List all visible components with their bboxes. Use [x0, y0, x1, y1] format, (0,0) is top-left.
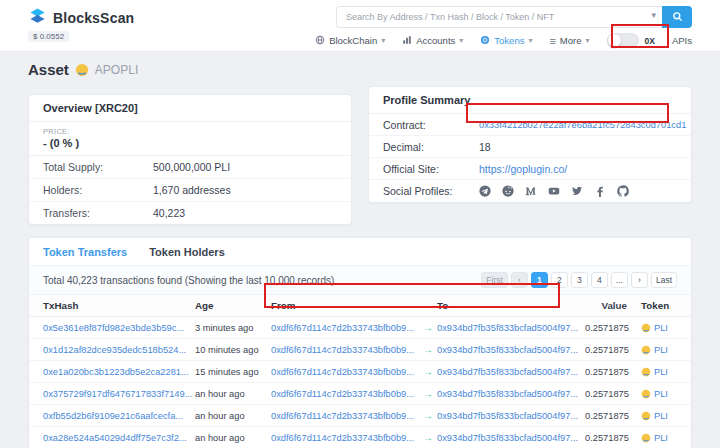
from-address-link[interactable]: 0xdf6f67d114c7d2b33743bfb0b9... — [271, 411, 419, 421]
nav-apis[interactable]: APIs — [672, 35, 692, 46]
from-address-link[interactable]: 0xdf6f67d114c7d2b33743bfb0b9... — [271, 389, 419, 399]
token-name: APOPLI — [95, 63, 138, 77]
search-input[interactable] — [336, 6, 662, 28]
youtube-icon[interactable] — [548, 185, 560, 197]
github-icon[interactable] — [617, 185, 629, 197]
pli-token-icon — [641, 411, 651, 421]
transfer-arrow-icon: → — [419, 410, 437, 421]
nav-accounts[interactable]: Accounts ▾ — [402, 35, 463, 47]
ox-toggle-switch[interactable] — [607, 33, 639, 48]
nav-blockchain[interactable]: BlockChain ▾ — [315, 35, 385, 47]
pagination-first[interactable]: First — [481, 272, 508, 288]
token-link[interactable]: PLI — [654, 433, 668, 443]
pagination-ellipsis: ... — [611, 272, 628, 288]
ox-toggle-label: 0X — [645, 36, 655, 46]
nav-blockchain-label: BlockChain — [329, 35, 377, 46]
pli-token-icon — [75, 63, 89, 77]
official-site-label: Official Site: — [383, 163, 479, 175]
table-header: TxHash Age From To Value Token — [29, 295, 691, 317]
ox-toggle-group: 0X — [607, 33, 655, 48]
pagination-page-4[interactable]: 4 — [591, 272, 608, 288]
value-cell: 0.2571875 — [585, 433, 637, 443]
pagination-last[interactable]: Last — [651, 272, 677, 288]
from-address-link[interactable]: 0xdf6f67d114c7d2b33743bfb0b9... — [271, 367, 419, 377]
to-address-link[interactable]: 0x934bd7fb35f833bcfad5004f97... — [437, 367, 585, 377]
age-value: an hour ago — [195, 433, 271, 443]
token-link[interactable]: PLI — [654, 345, 668, 355]
txhash-link[interactable]: 0x1d12af82dce935dedc518b524... — [43, 345, 195, 355]
from-address-link[interactable]: 0xdf6f67d114c7d2b33743bfb0b9... — [271, 345, 419, 355]
page-title: Asset — [28, 61, 69, 78]
blocksscan-logo-icon — [28, 7, 47, 28]
price-value: - (0 % ) — [43, 137, 337, 149]
from-address-link[interactable]: 0xdf6f67d114c7d2b33743bfb0b9... — [271, 433, 419, 443]
col-value: Value — [585, 300, 637, 311]
pli-token-icon — [641, 345, 651, 355]
to-address-link[interactable]: 0x934bd7fb35f833bcfad5004f97... — [437, 411, 585, 421]
nav-more[interactable]: ≡ More ▾ — [549, 35, 589, 47]
chevron-down-icon: ▾ — [586, 36, 590, 45]
chevron-down-icon: ▾ — [459, 36, 463, 45]
col-to: To — [437, 300, 585, 311]
brand-logo[interactable]: BlocksScan — [28, 7, 134, 28]
to-address-link[interactable]: 0x934bd7fb35f833bcfad5004f97... — [437, 345, 585, 355]
pagination-prev[interactable]: ‹ — [511, 272, 528, 288]
profile-summary-title: Profile Summary — [369, 87, 691, 114]
chevron-down-icon: ▾ — [381, 36, 385, 45]
decimal-value: 18 — [479, 141, 677, 153]
txhash-link[interactable]: 0xe1a020bc3b1223db5e2ca2281... — [43, 367, 195, 377]
token-link[interactable]: PLI — [654, 411, 668, 421]
txhash-link[interactable]: 0xfb55d2b6f9109e21c6aafcecfa... — [43, 411, 195, 421]
contract-address-link[interactable]: 0x33f4212b027e22af7e6ba21fc572843c0d701c… — [479, 120, 686, 130]
search-filter-caret-icon[interactable]: ▾ — [651, 10, 656, 20]
to-address-link[interactable]: 0x934bd7fb35f833bcfad5004f97... — [437, 323, 585, 333]
pagination-page-3[interactable]: 3 — [571, 272, 588, 288]
table-row: 0x5e361e8f87fd982e3bde3b59c... 3 minutes… — [29, 317, 691, 339]
decimal-label: Decimal: — [383, 141, 479, 153]
nav-tokens[interactable]: Tokens ▾ — [480, 35, 532, 47]
token-link[interactable]: PLI — [654, 323, 668, 333]
from-address-link[interactable]: 0xdf6f67d114c7d2b33743bfb0b9... — [271, 323, 419, 333]
contract-label: Contract: — [383, 119, 479, 131]
table-row: 0xfb55d2b6f9109e21c6aafcecfa... an hour … — [29, 405, 691, 427]
token-link[interactable]: PLI — [654, 389, 668, 399]
pagination-next[interactable]: › — [631, 272, 648, 288]
transactions-summary: Total 40,223 transactions found (Showing… — [43, 275, 334, 286]
value-cell: 0.2571875 — [585, 367, 637, 377]
col-from: From — [271, 300, 419, 311]
token-transfers-card: Token Transfers Token Holders Total 40,2… — [28, 237, 692, 448]
facebook-icon[interactable] — [594, 185, 606, 197]
txhash-link[interactable]: 0x5e361e8f87fd982e3bde3b59c... — [43, 323, 195, 333]
medium-icon[interactable] — [525, 185, 537, 197]
token-link[interactable]: PLI — [654, 367, 668, 377]
table-row: 0x1d12af82dce935dedc518b524... 10 minute… — [29, 339, 691, 361]
txhash-link[interactable]: 0xa28e524a54029d4dff75e7c3f2... — [43, 433, 195, 443]
pli-token-icon — [641, 323, 651, 333]
social-profiles-label: Social Profiles: — [383, 185, 479, 197]
to-address-link[interactable]: 0x934bd7fb35f833bcfad5004f97... — [437, 389, 585, 399]
profile-summary-card: Profile Summary Contract: 0x33f4212b027e… — [368, 86, 692, 203]
table-row: 0xe1a020bc3b1223db5e2ca2281... 15 minute… — [29, 361, 691, 383]
col-txhash: TxHash — [43, 300, 195, 311]
tab-token-transfers[interactable]: Token Transfers — [43, 238, 127, 265]
transfers-label: Transfers: — [43, 207, 153, 219]
pagination-page-1[interactable]: 1 — [531, 272, 548, 288]
telegram-icon[interactable] — [479, 185, 491, 197]
to-address-link[interactable]: 0x934bd7fb35f833bcfad5004f97... — [437, 433, 585, 443]
pagination: First ‹ 1 2 3 4 ... › Last — [481, 272, 677, 288]
reddit-icon[interactable] — [502, 185, 514, 197]
search-button[interactable] — [662, 6, 692, 28]
txhash-link[interactable]: 0x375729f917df6476717833f7149... — [43, 389, 195, 399]
nav-more-label: More — [560, 35, 582, 46]
twitter-icon[interactable] — [571, 185, 583, 197]
value-cell: 0.2571875 — [585, 389, 637, 399]
overview-title: Overview [XRC20] — [29, 95, 351, 122]
age-value: an hour ago — [195, 389, 271, 399]
pli-token-icon — [641, 367, 651, 377]
holders-label: Holders: — [43, 184, 153, 196]
top-header: BlocksScan $ 0.0552 ▾ BlockChain ▾ — [0, 0, 720, 52]
hamburger-menu-icon: ≡ — [549, 35, 555, 47]
pagination-page-2[interactable]: 2 — [551, 272, 568, 288]
tab-token-holders[interactable]: Token Holders — [149, 238, 225, 265]
official-site-link[interactable]: https://goplugin.co/ — [479, 163, 677, 175]
